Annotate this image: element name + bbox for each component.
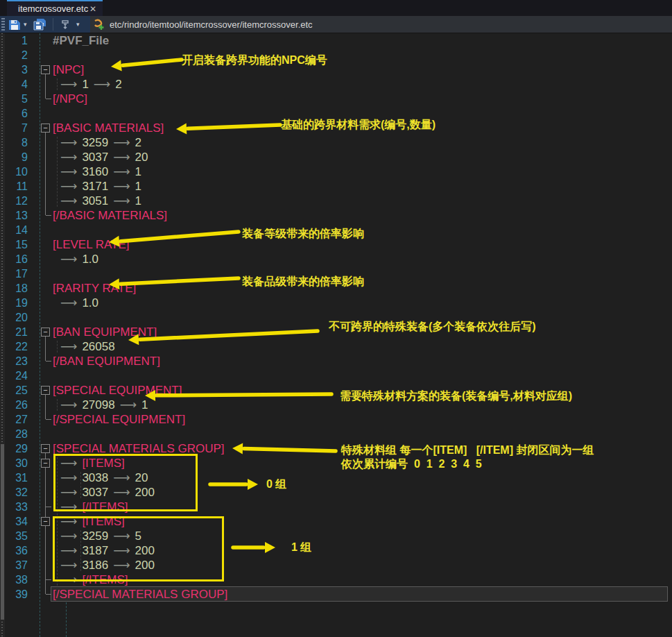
- code-token: ⟶: [60, 398, 77, 412]
- fold-toggle[interactable]: −: [41, 328, 50, 337]
- tool-dropdown-caret[interactable]: ▾: [76, 21, 80, 28]
- annotation-note: 装备等级带来的倍率影响: [242, 227, 364, 241]
- code-text: [/BAN EQUIPMENT]: [31, 354, 160, 368]
- code-line: 28: [0, 427, 672, 441]
- code-text: [31, 368, 53, 383]
- code-text: [31, 427, 53, 441]
- line-number: 35: [0, 529, 31, 543]
- code-token: [NPC]: [53, 62, 84, 77]
- code-line: 9⟶3037⟶20: [0, 150, 672, 164]
- code-token: ⟶: [60, 135, 77, 150]
- code-line: 2: [0, 48, 672, 62]
- fold-toggle[interactable]: −: [41, 444, 50, 453]
- code-text: [NPC]: [31, 62, 84, 77]
- line-number: 11: [0, 179, 31, 194]
- code-line: 39[/SPECIAL MATERIALS GROUP]: [0, 587, 672, 602]
- fold-toggle[interactable]: −: [41, 65, 50, 74]
- fold-toggle[interactable]: −: [41, 124, 50, 133]
- code-token: 3051: [82, 194, 108, 208]
- annotation-note: 基础的跨界材料需求(编号,数量): [281, 118, 436, 133]
- code-text: ⟶3037⟶20: [31, 150, 148, 164]
- code-line: 12⟶3051⟶1: [0, 194, 672, 208]
- code-text: [BAN EQUIPMENT]: [31, 325, 157, 339]
- code-text: [/NPC]: [31, 92, 87, 106]
- code-text: [/SPECIAL EQUIPMENT]: [31, 412, 185, 427]
- code-text: [SPECIAL EQUIPMENT]: [31, 383, 182, 398]
- annotation-note: 特殊材料组 每一个[ITEM] [/ITEM] 封闭区间为一组: [341, 443, 594, 458]
- code-token: 1: [82, 77, 88, 92]
- left-scroll-thumb[interactable]: [1, 444, 4, 620]
- code-token: [BAN EQUIPMENT]: [53, 325, 157, 339]
- file-path-field[interactable]: etc/rindro/itemtool/itemcrossover/itemcr…: [90, 16, 672, 33]
- annotation-box: [53, 516, 224, 581]
- code-text: ⟶1.0: [31, 296, 98, 310]
- code-token: [RARITY RATE]: [53, 281, 136, 296]
- line-number: 33: [0, 500, 31, 514]
- line-number: 15: [0, 237, 31, 252]
- annotation-note: 1 组: [291, 541, 311, 555]
- code-line: 3[NPC]: [0, 62, 672, 77]
- code-token: 3160: [82, 164, 108, 179]
- tab-bar: itemcrossover.etc ✕: [0, 0, 672, 16]
- code-line: 24: [0, 368, 672, 383]
- code-text: ⟶27098⟶1: [31, 398, 148, 412]
- close-icon[interactable]: ✕: [89, 4, 96, 14]
- code-token: 3259: [82, 135, 108, 150]
- line-number: 6: [0, 106, 31, 121]
- line-number: 16: [0, 252, 31, 266]
- code-token: ⟶: [113, 164, 130, 179]
- line-number: 3: [0, 62, 31, 77]
- code-text: ⟶3160⟶1: [31, 164, 141, 179]
- code-token: ⟶: [60, 77, 77, 92]
- file-path: etc/rindro/itemtool/itemcrossover/itemcr…: [110, 19, 313, 30]
- code-token: ⟶: [113, 194, 130, 208]
- code-text: ⟶3171⟶1: [31, 179, 141, 194]
- fold-toggle[interactable]: −: [41, 459, 50, 468]
- save-button[interactable]: [8, 18, 21, 31]
- code-line: 11⟶3171⟶1: [0, 179, 672, 194]
- line-number: 12: [0, 194, 31, 208]
- line-number: 9: [0, 150, 31, 164]
- line-number: 4: [0, 77, 31, 92]
- line-number: 27: [0, 412, 31, 427]
- toolbar-grip-handle[interactable]: [1, 18, 5, 31]
- line-number: 10: [0, 164, 31, 179]
- code-text: [/BASIC MATERIALS]: [31, 208, 167, 223]
- line-number: 20: [0, 310, 31, 325]
- annotation-note: 依次累计编号 0 1 2 3 4 5: [341, 457, 482, 472]
- code-text: [/SPECIAL MATERIALS GROUP]: [31, 587, 227, 602]
- code-token: [SPECIAL EQUIPMENT]: [53, 383, 182, 398]
- code-text: [RARITY RATE]: [31, 281, 136, 296]
- code-text: #PVF_File: [31, 33, 109, 48]
- save-icon: [8, 19, 21, 31]
- code-token: ⟶: [60, 252, 77, 266]
- code-text: ⟶26058: [31, 339, 115, 354]
- tool-button[interactable]: [60, 18, 71, 31]
- code-token: 1: [135, 194, 141, 208]
- line-number: 32: [0, 485, 31, 500]
- save-dropdown-caret[interactable]: ▾: [24, 21, 27, 28]
- line-number: 23: [0, 354, 31, 368]
- annotation-box: [53, 454, 198, 511]
- save-all-button[interactable]: [33, 18, 47, 31]
- fold-toggle[interactable]: −: [41, 517, 50, 526]
- code-line: 10⟶3160⟶1: [0, 164, 672, 179]
- tab-itemcrossover[interactable]: itemcrossover.etc ✕: [7, 0, 103, 16]
- code-token: 3171: [82, 179, 108, 194]
- code-token: ⟶: [113, 135, 130, 150]
- fold-toggle[interactable]: −: [41, 386, 50, 395]
- code-text: [LEVEL RATE]: [31, 237, 130, 252]
- line-number: 18: [0, 281, 31, 296]
- annotation-note: 需要特殊材料方案的装备(装备编号,材料对应组): [340, 389, 572, 404]
- code-text: [BASIC MATERIALS]: [31, 121, 164, 135]
- annotation-note: 开启装备跨界功能的NPC编号: [182, 53, 327, 68]
- code-token: 2: [135, 135, 141, 150]
- code-token: 20: [135, 150, 148, 164]
- code-token: 1.0: [82, 252, 98, 266]
- line-number: 28: [0, 427, 31, 441]
- line-number: 22: [0, 339, 31, 354]
- code-line: 27[/SPECIAL EQUIPMENT]: [0, 412, 672, 427]
- code-token: ⟶: [60, 339, 77, 354]
- code-text: ⟶1⟶2: [31, 77, 122, 92]
- toolbar: ▾ ▾ etc/rindro/itemtool/itemcrossover: [0, 16, 672, 33]
